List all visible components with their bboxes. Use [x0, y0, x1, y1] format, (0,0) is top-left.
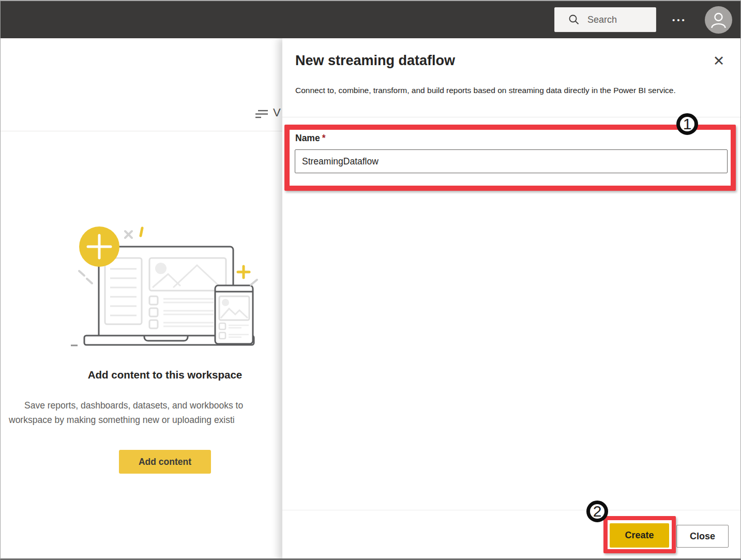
name-input[interactable] [295, 149, 728, 173]
required-asterisk: * [322, 133, 326, 143]
name-field-label: Name* [295, 133, 325, 144]
view-label-partial: V [273, 107, 281, 119]
new-streaming-dataflow-panel: New streaming dataflow ✕ Connect to, com… [282, 38, 741, 560]
search-input[interactable] [587, 14, 655, 25]
create-button[interactable]: Create [610, 523, 669, 548]
top-app-bar: ••• [1, 1, 740, 38]
close-icon[interactable]: ✕ [708, 51, 729, 71]
person-icon [706, 8, 731, 32]
sort-lines-icon [254, 105, 268, 119]
workspace-header-divider [1, 131, 283, 131]
empty-state-text-line2: workspace by making something new or upl… [9, 415, 235, 426]
user-avatar[interactable] [705, 6, 732, 34]
empty-state-heading: Add content to this workspace [1, 369, 329, 381]
view-dropdown[interactable]: V [254, 105, 281, 119]
panel-description: Connect to, combine, transform, and buil… [295, 84, 708, 97]
more-options-icon[interactable]: ••• [668, 1, 691, 38]
search-box[interactable] [554, 7, 656, 32]
close-button[interactable]: Close [676, 525, 729, 548]
empty-workspace-illustration [67, 220, 265, 350]
add-content-button[interactable]: Add content [119, 450, 211, 474]
footer-divider [282, 510, 741, 510]
search-icon [568, 14, 580, 25]
empty-state-text-line1: Save reports, dashboards, datasets, and … [24, 400, 243, 411]
panel-divider [282, 117, 741, 117]
panel-title: New streaming dataflow [295, 53, 455, 69]
